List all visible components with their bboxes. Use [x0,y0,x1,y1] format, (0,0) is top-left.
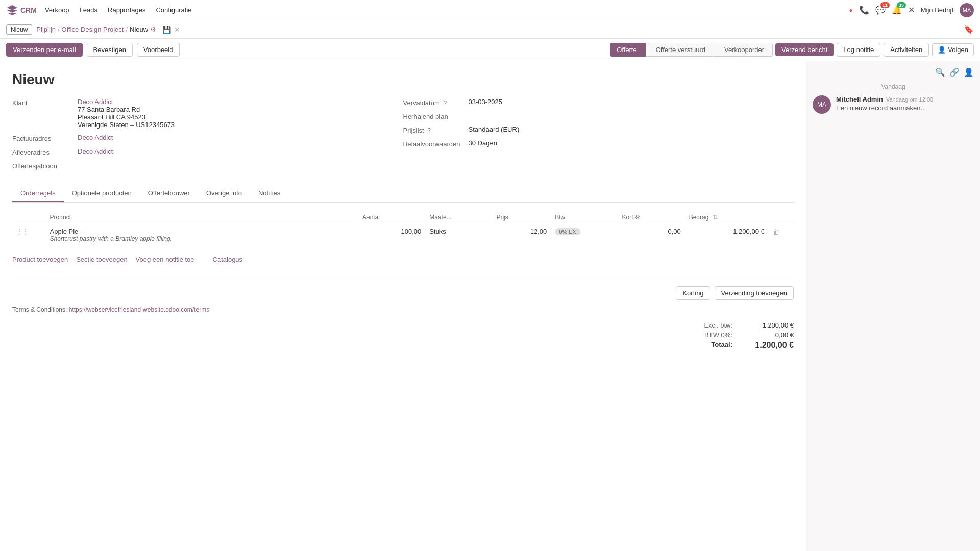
follow-label: Volgen [948,46,968,54]
form-area: Nieuw Klant Deco Addict 77 Santa Barbara… [0,61,806,551]
send-email-button[interactable]: Verzenden per e-mail [6,43,83,57]
discount-button[interactable]: Korting [676,286,710,300]
main-layout: Nieuw Klant Deco Addict 77 Santa Barbara… [0,61,980,551]
product-desc: Shortcrust pastry with a Bramley apple f… [50,235,354,242]
shipping-button[interactable]: Verzending toevoegen [715,286,794,300]
preview-button[interactable]: Voorbeeld [137,43,180,57]
tab-offertebouwer[interactable]: Offertebouwer [140,185,198,202]
btw-label: BTW 0%: [692,331,732,339]
row-unit[interactable]: Stuks [429,228,446,235]
total-label: Totaal: [692,341,732,350]
form-right: Vervaldatum ? 03-03-2025 Herhalend plan … [403,98,794,175]
gear-icon[interactable]: ⚙ [150,26,156,33]
expire-value[interactable]: 03-03-2025 [469,98,784,106]
tab-notities[interactable]: Notities [250,185,288,202]
breadcrumb-office-design[interactable]: Office Design Project [62,26,124,33]
customer-name[interactable]: Deco Addict [78,98,113,106]
customer-value: Deco Addict 77 Santa Barbara Rd Pleasant… [78,98,393,129]
follow-button[interactable]: 👤 Volgen [932,43,974,56]
add-product-link[interactable]: Product toevoegen [12,256,68,263]
app-logo[interactable]: CRM [6,4,37,16]
bookmark-icon[interactable]: 🔖 [964,24,974,34]
excl-value: 1.200,00 € [743,321,794,329]
chatter-msg-text: Een nieuw record aanmaken... [836,104,933,112]
link-chatter-icon[interactable]: 🔗 [949,67,960,77]
chatter-message: MA Mitchell Admin Vandaag om 12:00 Een n… [813,95,974,114]
nav-menu: Verkoop Leads Rapportages Configuratie [45,6,192,14]
template-label: Offertesjabloon [12,161,74,170]
customer-field: Klant Deco Addict 77 Santa Barbara Rd Pl… [12,98,393,129]
close-icon[interactable]: ✕ [908,5,915,15]
tab-optionele[interactable]: Optionele producten [64,185,140,202]
template-field: Offertesjabloon [12,161,393,170]
col-price-header: Prijs [492,211,551,224]
tab-overige[interactable]: Overige info [198,185,250,202]
breadcrumb-pijplijn[interactable]: Pijplijn [36,26,56,33]
product-name[interactable]: Apple Pie [50,228,354,235]
payment-value[interactable]: 30 Dagen [469,139,784,147]
col-disc-header: Kort.% [618,211,684,224]
phone-icon[interactable]: 📞 [859,5,869,15]
bell-icon[interactable]: 🔔 33 [892,5,902,15]
nav-item-configuratie[interactable]: Configuratie [156,6,191,14]
save-icon[interactable]: 💾 [162,26,171,34]
bell-badge: 33 [897,2,906,8]
nav-item-leads[interactable]: Leads [80,6,97,14]
pipeline-step-verkooporder[interactable]: Verkooporder [714,43,773,57]
pipeline-step-verstuurd[interactable]: Offerte verstuurd [645,43,714,57]
nav-item-rapportages[interactable]: Rapportages [108,6,145,14]
confirm-button[interactable]: Bevestigen [87,43,133,57]
chatter-author: Mitchell Admin [836,95,883,103]
row-discount[interactable]: 0,00 [668,228,680,235]
total-value: 1.200,00 € [743,341,794,350]
send-message-button[interactable]: Verzend bericht [775,43,834,56]
btw-value: 0,00 € [743,331,794,339]
chatter-msg-body: Mitchell Admin Vandaag om 12:00 Een nieu… [836,95,933,114]
recurring-label: Herhalend plan [403,112,464,120]
expire-help[interactable]: ? [443,99,447,107]
terms-label: Terms & Conditions: [12,306,67,313]
add-note-link[interactable]: Voeg een notitie toe [136,256,194,263]
catalog-link[interactable]: Catalogus [213,256,243,263]
total-row: Totaal: 1.200,00 € [12,341,794,350]
delivery-value[interactable]: Deco Addict [78,147,393,155]
search-chatter-icon[interactable]: 🔍 [935,67,945,77]
customer-label: Klant [12,98,74,107]
col-btw-header: Btw [551,211,618,224]
col-actions-header [769,211,794,224]
company-name[interactable]: Mijn Bedrijf [921,6,953,14]
pricelist-value[interactable]: Standaard (EUR) [469,126,784,133]
sort-icon[interactable]: ⇅ [713,214,718,221]
topbar-right: ● 📞 💬 11 🔔 33 ✕ Mijn Bedrijf MA [849,3,974,17]
terms-link[interactable]: https://webservicefriesland-website.odoo… [69,306,209,313]
row-price[interactable]: 12,00 [530,228,547,235]
chat-icon[interactable]: 💬 11 [875,5,886,15]
person-chatter-icon[interactable]: 👤 [964,67,974,77]
drag-handle[interactable]: ⋮⋮ [16,228,29,235]
invoice-value[interactable]: Deco Addict [78,134,393,141]
chat-badge: 11 [880,2,890,8]
today-label: Vandaag [813,83,974,90]
col-qty-header: Aantal [358,211,425,224]
nav-item-verkoop[interactable]: Verkoop [45,6,69,14]
pricelist-label: Prijslist ? [403,126,464,134]
order-table: Product Aantal Maate... Prijs Btw Kort.%… [12,211,794,245]
form-title: Nieuw [12,71,794,88]
log-note-button[interactable]: Log notitie [837,43,880,57]
add-links: Product toevoegen Sectie toevoegen Voeg … [12,252,794,267]
add-section-link[interactable]: Sectie toevoegen [76,256,127,263]
breadcrumb-sep1: / [58,26,60,33]
totals: Excl. btw: 1.200,00 € BTW 0%: 0,00 € Tot… [12,321,794,350]
activities-button[interactable]: Activiteiten [884,43,929,57]
tab-orderregels[interactable]: Orderregels [12,185,64,202]
pipeline-steps: Offerte Offerte verstuurd Verkooporder [610,43,772,57]
discard-icon[interactable]: ✕ [174,26,180,34]
row-qty[interactable]: 100,00 [401,228,421,235]
btw-badge[interactable]: 0% EX [555,228,580,235]
pricelist-help[interactable]: ? [427,127,431,134]
pipeline-step-offerte[interactable]: Offerte [610,43,646,57]
breadcrumb-row: Nieuw Pijplijn / Office Design Project /… [0,20,980,39]
breadcrumb-sep2: / [126,26,128,33]
user-avatar[interactable]: MA [960,3,974,17]
delete-row-icon[interactable]: 🗑 [773,228,780,236]
